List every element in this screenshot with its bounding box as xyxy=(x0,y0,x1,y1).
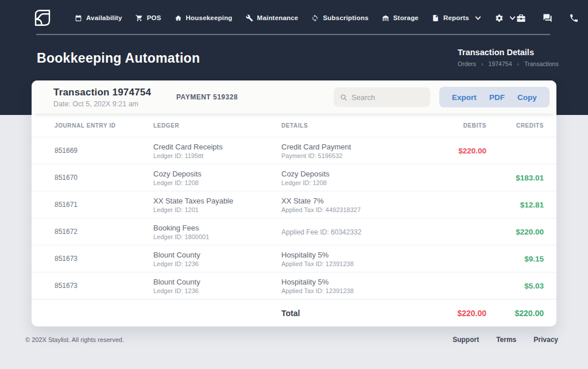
search-icon xyxy=(340,94,347,101)
nav-item-subscriptions[interactable]: Subscriptions xyxy=(311,14,368,22)
nav-item-label: Subscriptions xyxy=(323,14,368,21)
privacy-link[interactable]: Privacy xyxy=(533,336,558,344)
action-button-group: Export PDF Copy xyxy=(439,87,550,107)
nav-divider xyxy=(36,34,550,35)
table-row[interactable]: 851669 Credit Card ReceiptsLedger ID: 11… xyxy=(32,137,556,164)
nav-item-housekeeping[interactable]: Housekeeping xyxy=(175,14,233,22)
credit-amount: $12.81 xyxy=(486,201,544,209)
col-journal-entry-id: Journal Entry ID xyxy=(55,122,153,129)
credit-amount: $9.15 xyxy=(486,255,544,263)
table-row[interactable]: 851671 XX State Taxes PayableLedger ID: … xyxy=(32,191,556,218)
ledger-id: Ledger ID: 1201 xyxy=(153,206,281,213)
col-details: Details xyxy=(281,122,411,129)
journal-entry-id: 851673 xyxy=(55,255,153,263)
nav-item-storage[interactable]: Storage xyxy=(382,14,419,22)
nav-item-label: Reports xyxy=(443,14,469,21)
table-row[interactable]: 851673 Blount CountyLedger ID: 1236 Hosp… xyxy=(32,245,556,272)
journal-entry-id: 851670 xyxy=(55,174,153,182)
app-root: Availability POS Housekeeping Maintenanc… xyxy=(0,0,588,369)
phone-icon[interactable] xyxy=(569,13,579,23)
credit-amount: $5.03 xyxy=(486,282,544,290)
home-icon xyxy=(175,14,182,22)
chevron-down-icon xyxy=(509,14,516,22)
details-id: Applied Tax ID: 12391238 xyxy=(281,287,411,294)
journal-entry-id: 851673 xyxy=(55,282,153,290)
search-box[interactable] xyxy=(334,87,430,107)
details-name: Hospitality 5% xyxy=(281,251,411,259)
payment-label: PAYMENT 519328 xyxy=(176,93,238,101)
sync-icon xyxy=(311,14,319,22)
total-label: Total xyxy=(281,309,411,318)
page-title: Bookkeeping Automation xyxy=(37,51,200,66)
terms-link[interactable]: Terms xyxy=(496,336,516,344)
ledger-name: XX State Taxes Payable xyxy=(153,197,281,205)
ledger-name: Credit Card Receipts xyxy=(153,143,281,151)
journal-entry-id: 851671 xyxy=(55,201,153,209)
copy-button[interactable]: Copy xyxy=(517,93,537,102)
page-ref-block: Transaction Details Orders › 1974754 › T… xyxy=(458,48,559,67)
col-ledger: Ledger xyxy=(153,122,281,129)
nav-item-label: Housekeeping xyxy=(186,14,233,21)
details-id: Payment ID: 5196532 xyxy=(281,152,411,159)
transaction-title-block: Transaction 1974754 Date: Oct 5, 202X 9:… xyxy=(53,87,176,108)
nav-item-label: Availability xyxy=(86,14,122,21)
staylist-logo-icon[interactable] xyxy=(32,7,53,29)
page-footer: © 202X Staylist. All rights reserved. Su… xyxy=(25,336,558,344)
calendar-icon xyxy=(75,14,82,22)
nav-item-reports[interactable]: Reports xyxy=(432,14,482,22)
breadcrumb-transactions[interactable]: Transactions xyxy=(524,60,559,67)
details-name: Cozy Deposits xyxy=(281,170,411,178)
ledger-id: Ledger ID: 1195ttt xyxy=(153,152,281,159)
breadcrumb-separator: › xyxy=(517,60,519,67)
ledger-id: Ledger ID: 1208 xyxy=(153,179,281,186)
details-id: Applied Tax ID: 4492318327 xyxy=(281,206,411,213)
gear-icon xyxy=(495,14,504,22)
garage-icon xyxy=(382,14,389,22)
details-id: Applied Fee ID: 60342332 xyxy=(281,228,411,236)
ref-title: Transaction Details xyxy=(458,48,559,57)
export-button[interactable]: Export xyxy=(452,93,477,102)
debit-amount: $220.00 xyxy=(411,147,486,155)
ledger-id: Ledger ID: 1236 xyxy=(153,260,281,267)
breadcrumb-orders[interactable]: Orders xyxy=(458,60,476,67)
breadcrumb-order-id[interactable]: 1974754 xyxy=(489,60,512,67)
cart-icon xyxy=(136,14,143,22)
ledger-id: Ledger ID: 1236 xyxy=(153,287,281,294)
nav-menu: Availability POS Housekeeping Maintenanc… xyxy=(75,14,516,22)
main-nav: Availability POS Housekeeping Maintenanc… xyxy=(0,0,588,36)
pdf-button[interactable]: PDF xyxy=(489,93,505,102)
nav-item-maintenance[interactable]: Maintenance xyxy=(246,14,299,22)
table-row[interactable]: 851673 Blount CountyLedger ID: 1236 Hosp… xyxy=(32,272,556,299)
nav-item-settings[interactable] xyxy=(495,14,516,22)
table-header-row: Journal Entry ID Ledger Details Debits C… xyxy=(32,114,556,137)
ledger-id: Ledger ID: 1800001 xyxy=(153,233,281,240)
document-icon xyxy=(432,14,439,22)
total-row: Total $220.00 $220.00 xyxy=(32,299,556,326)
col-credits: Credits xyxy=(486,122,544,129)
details-name: Hospitality 5% xyxy=(281,278,411,286)
card-header: Transaction 1974754 Date: Oct 5, 202X 9:… xyxy=(32,80,556,114)
nav-item-label: Maintenance xyxy=(257,14,299,21)
nav-item-pos[interactable]: POS xyxy=(136,14,161,22)
table-row[interactable]: 851672 Booking FeesLedger ID: 1800001 Ap… xyxy=(32,218,556,245)
nav-item-availability[interactable]: Availability xyxy=(75,14,122,22)
chat-icon[interactable] xyxy=(543,13,552,23)
credit-amount: $220.00 xyxy=(486,228,544,236)
nav-item-label: Storage xyxy=(393,14,419,21)
col-debits: Debits xyxy=(411,122,486,129)
details-name: XX State 7% xyxy=(281,197,411,205)
total-credits: $220.00 xyxy=(486,309,544,318)
credit-amount: $183.01 xyxy=(486,174,544,182)
details-id: Applied Tax ID: 12391238 xyxy=(281,260,411,267)
breadcrumb-separator: › xyxy=(481,60,483,67)
ledger-name: Blount County xyxy=(153,278,281,286)
table-row[interactable]: 851670 Cozy DepositsLedger ID: 1208 Cozy… xyxy=(32,164,556,191)
toolbox-icon[interactable] xyxy=(516,13,526,23)
ledger-name: Booking Fees xyxy=(153,224,281,232)
search-input[interactable] xyxy=(351,93,424,102)
support-link[interactable]: Support xyxy=(452,336,479,344)
details-id: Ledger ID: 1208 xyxy=(281,179,411,186)
ledger-name: Blount County xyxy=(153,251,281,259)
wrench-icon xyxy=(246,14,253,22)
details-name: Credit Card Payment xyxy=(281,143,411,151)
